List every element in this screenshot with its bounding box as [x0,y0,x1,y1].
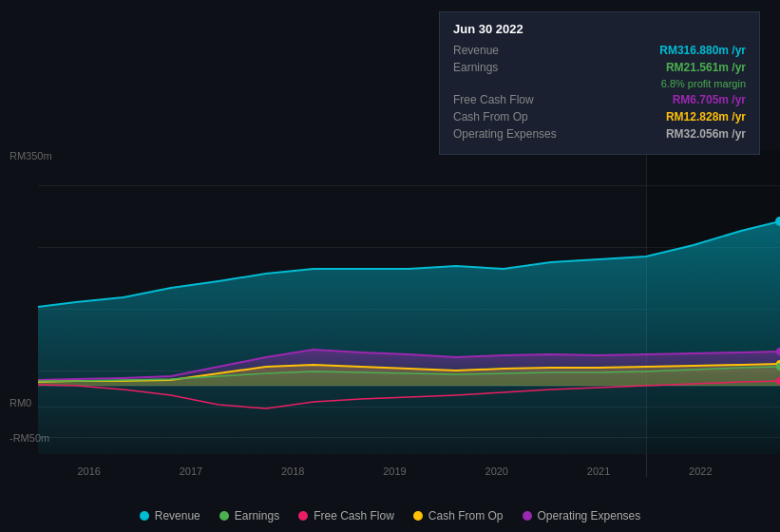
legend-label-fcf: Free Cash Flow [314,509,394,522]
x-label-2020: 2020 [485,466,508,477]
tooltip-box: Jun 30 2022 Revenue RM316.880m /yr Earni… [439,11,760,155]
legend-dot-revenue [140,511,149,521]
fcf-label: Free Cash Flow [453,93,534,106]
opex-row: Operating Expenses RM32.056m /yr [453,127,746,141]
legend-label-revenue: Revenue [155,509,200,522]
profit-margin-text: 6.8% profit margin [661,78,746,89]
x-label-2021: 2021 [587,466,610,477]
fcf-row: Free Cash Flow RM6.705m /yr [453,93,746,106]
opex-label: Operating Expenses [453,127,557,141]
revenue-label: Revenue [453,44,499,57]
legend-earnings[interactable]: Earnings [219,509,279,522]
earnings-row: Earnings RM21.561m /yr [453,61,746,74]
x-label-2018: 2018 [281,466,304,477]
x-label-2022: 2022 [689,466,712,477]
earnings-value: RM21.561m /yr [666,61,746,74]
chart-legend: Revenue Earnings Free Cash Flow Cash Fro… [0,509,780,522]
x-label-2016: 2016 [77,466,100,477]
cashfromop-value: RM12.828m /yr [666,110,746,124]
legend-label-opex: Operating Expenses [538,509,641,522]
legend-label-earnings: Earnings [235,509,279,522]
legend-label-cashop: Cash From Op [428,509,504,522]
x-label-2019: 2019 [383,466,406,477]
legend-dot-fcf [298,511,308,521]
legend-revenue[interactable]: Revenue [140,509,200,522]
earnings-label: Earnings [453,61,498,74]
opex-value: RM32.056m /yr [666,127,746,141]
cashfromop-row: Cash From Op RM12.828m /yr [453,110,746,124]
legend-dot-earnings [219,511,229,521]
cashfromop-label: Cash From Op [453,110,528,124]
legend-dot-opex [523,511,532,521]
legend-opex[interactable]: Operating Expenses [523,509,641,522]
fcf-value: RM6.705m /yr [673,93,746,106]
x-axis-labels: 2016 2017 2018 2019 2020 2021 2022 [0,466,780,477]
revenue-row: Revenue RM316.880m /yr [453,44,746,57]
revenue-value: RM316.880m /yr [659,44,746,57]
profit-margin-row: 6.8% profit margin [453,78,746,89]
tooltip-date: Jun 30 2022 [453,22,746,36]
legend-fcf[interactable]: Free Cash Flow [298,509,394,522]
x-label-2017: 2017 [180,466,202,477]
legend-dot-cashop [413,511,423,521]
chart-svg [0,150,780,454]
legend-cashop[interactable]: Cash From Op [413,509,504,522]
revenue-area [38,221,780,454]
